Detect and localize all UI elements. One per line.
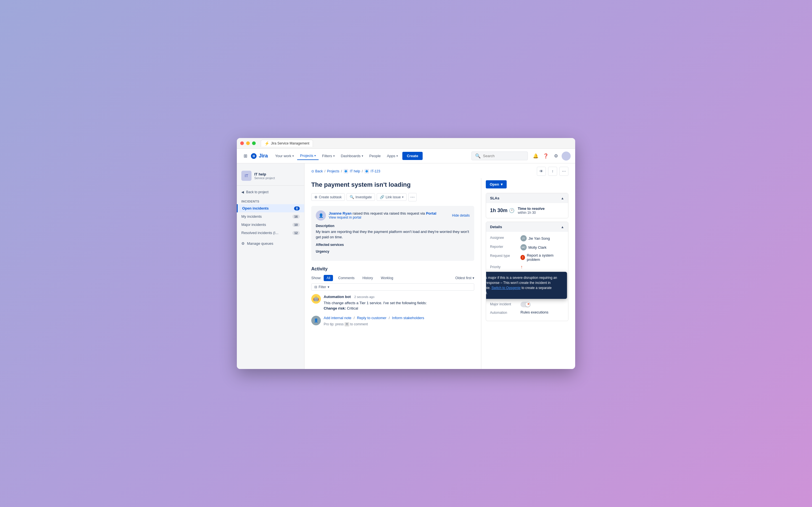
sidebar-item-open-incidents[interactable]: Open incidents 8 <box>237 204 304 212</box>
sla-resolve-label: Time to resolve <box>518 207 545 211</box>
status-chevron: ▾ <box>501 182 503 186</box>
status-button[interactable]: Open ▾ <box>486 180 507 188</box>
nav-items: Your work ▾ Projects ▾ Filters ▾ Dashboa… <box>272 152 468 160</box>
search-input[interactable] <box>483 154 524 158</box>
sort-chevron: ▾ <box>472 276 474 280</box>
sidebar-item-my-incidents[interactable]: My incidents 16 <box>237 212 304 221</box>
major-incident-toggle[interactable]: ✕ <box>520 302 530 307</box>
user-avatar: 👤 <box>311 316 321 325</box>
tab-worklog[interactable]: Worklog <box>378 275 396 281</box>
share-button[interactable]: ↑ <box>548 167 557 176</box>
fullscreen-button[interactable] <box>252 142 256 145</box>
assignee-avatar: JY <box>520 235 527 241</box>
slas-body: 1h 30m 🕐 Time to resolve within 1h 30 <box>486 203 568 218</box>
nav-apps[interactable]: Apps ▾ <box>384 152 401 160</box>
link-icon: 🔗 <box>380 195 384 199</box>
request-type-value: ! Report a system problem <box>520 253 564 262</box>
settings-button[interactable]: ⚙ <box>552 152 560 161</box>
view-portal-link[interactable]: View request in portal <box>329 216 437 219</box>
details-header[interactable]: Details ▲ <box>486 222 568 232</box>
link-issue-button[interactable]: 🔗 Link issue ▾ <box>377 193 407 201</box>
assignee-row: Assignee JY Jie Yan Song <box>490 235 564 241</box>
comment-actions: Add internal note / Reply to customer / … <box>324 316 424 320</box>
major-incidents-badge: 10 <box>292 223 300 227</box>
description-header: 👤 Joanne Ryan raised this request via ra… <box>316 210 470 221</box>
link-chevron: ▾ <box>402 195 403 199</box>
nav-projects[interactable]: Projects ▾ <box>297 152 319 160</box>
switch-opsgenie-link[interactable]: Switch to Opsgenie <box>492 286 520 290</box>
breadcrumb-projects[interactable]: Projects <box>327 169 339 173</box>
breadcrumb-it-help[interactable]: IT help <box>350 169 360 173</box>
circle-left-icon: ⊙ <box>311 169 314 173</box>
assignee-value: JY Jie Yan Song <box>520 235 550 241</box>
content-actions: 👁 ↑ ⋯ <box>537 167 568 176</box>
close-button[interactable] <box>240 142 244 145</box>
gear-icon: ⚙ <box>241 241 245 245</box>
portal-label: Portal <box>426 211 437 216</box>
hide-details-btn[interactable]: Hide details <box>452 214 470 217</box>
avatar[interactable] <box>562 152 571 161</box>
back-to-project[interactable]: ◀ Back to project <box>237 188 304 196</box>
inform-stakeholders-link[interactable]: Inform stakeholders <box>392 316 424 320</box>
sidebar-item-resolved-incidents[interactable]: Resolved incidents (I... 12 <box>237 229 304 237</box>
affected-services-label: Affected services <box>316 243 470 247</box>
help-button[interactable]: ❓ <box>541 152 550 161</box>
projects-chevron: ▾ <box>314 154 316 157</box>
back-nav[interactable]: ⊙ Back <box>311 169 323 173</box>
activity-title: Activity <box>311 267 474 272</box>
toolbar-more-button[interactable]: ⋯ <box>408 193 417 202</box>
tab-title-text: Jira Service Management <box>271 142 309 145</box>
nav-dashboards[interactable]: Dashboards ▾ <box>338 152 366 160</box>
details-collapse-icon: ▲ <box>561 225 564 229</box>
search-bar[interactable]: 🔍 <box>471 152 528 160</box>
manage-queues[interactable]: ⚙ Manage queues <box>237 239 304 248</box>
activity-text: This change affects a Tier 1 service. I'… <box>324 300 474 311</box>
nav-people[interactable]: People <box>366 152 384 160</box>
tab-all[interactable]: All <box>324 275 333 281</box>
major-incident-value: ✕ <box>520 302 530 307</box>
reporter-name: Joanne Ryan <box>329 211 352 216</box>
activity-content: Automation bot 2 seconds ago This change… <box>324 294 474 311</box>
sla-within: within 1h 30 <box>518 211 545 215</box>
slas-collapse-icon: ▲ <box>561 196 564 200</box>
slas-header[interactable]: SLAs ▲ <box>486 193 568 203</box>
investigate-button[interactable]: 🔍 Investigate <box>347 193 375 201</box>
minimize-button[interactable] <box>246 142 250 145</box>
create-subtask-button[interactable]: ⊕ Create subtask <box>311 193 345 201</box>
tab-comments[interactable]: Comments <box>335 275 357 281</box>
grid-icon[interactable]: ⊞ <box>241 152 249 160</box>
watch-button[interactable]: 👁 <box>537 167 546 176</box>
notifications-button[interactable]: 🔔 <box>531 152 540 161</box>
project-type: Service project <box>254 176 275 180</box>
nav-filters[interactable]: Filters ▾ <box>319 152 337 160</box>
apps-chevron: ▾ <box>396 154 398 158</box>
priority-row: Priority ↑ <box>490 265 564 270</box>
breadcrumb-issue-id[interactable]: IT-123 <box>371 169 380 173</box>
description-label: Description <box>316 224 470 228</box>
sort-order[interactable]: Oldest first ▾ <box>455 276 474 280</box>
tab-history[interactable]: History <box>360 275 376 281</box>
priority-value: ↑ <box>520 265 523 270</box>
navbar: ⊞ Jira Your work ▾ Projects ▾ Filters ▾ … <box>237 149 575 163</box>
sidebar-item-major-incidents[interactable]: Major incidents 10 <box>237 221 304 229</box>
more-actions-button[interactable]: ⋯ <box>559 167 568 176</box>
assignee-label: Assignee <box>490 235 518 240</box>
jira-logo[interactable]: Jira <box>250 153 268 159</box>
issue-main: The payment system isn't loading ⊕ Creat… <box>311 178 481 369</box>
issue-panel: Open ▾ SLAs ▲ 1h 30m <box>481 178 568 369</box>
nav-your-work[interactable]: Your work ▾ <box>272 152 297 160</box>
jira-logo-icon <box>250 153 257 159</box>
major-incident-label: Major incident <box>490 302 518 306</box>
add-internal-note-link[interactable]: Add internal note <box>324 316 351 320</box>
create-button[interactable]: Create <box>402 152 423 160</box>
search-icon: 🔍 <box>475 153 481 159</box>
automation-row: Automation Rules executions <box>490 310 564 315</box>
issue-toolbar: ⊕ Create subtask 🔍 Investigate 🔗 Link is… <box>311 193 474 202</box>
details-body: Assignee JY Jie Yan Song Reporter MC <box>486 232 568 321</box>
filter-button[interactable]: ⊟ Filter ▾ <box>311 283 474 291</box>
show-label: Show: <box>311 276 321 280</box>
reporter-avatar: MC <box>520 244 527 250</box>
your-work-chevron: ▾ <box>292 154 294 158</box>
reply-customer-link[interactable]: Reply to customer <box>357 316 387 320</box>
filter-icon: ⊟ <box>314 285 317 289</box>
